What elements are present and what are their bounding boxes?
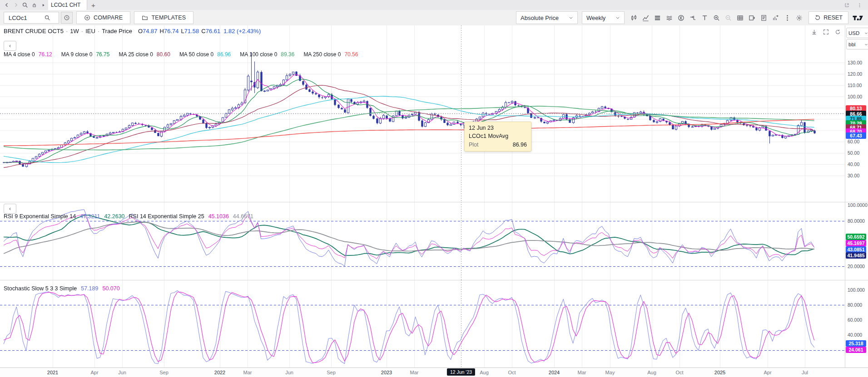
ma-legend: MA 4 close 076.12MA 9 close 076.75MA 25 … xyxy=(4,51,358,58)
tooltip-plot-value: 86.96 xyxy=(513,142,527,148)
new-tab-button[interactable]: + xyxy=(87,0,99,10)
overlays-waves-icon[interactable] xyxy=(664,12,675,23)
reset-label: RESET xyxy=(823,15,843,21)
ma-legend-item[interactable]: MA 4 close 076.12 xyxy=(4,51,52,58)
indicators-icon[interactable] xyxy=(640,12,651,23)
settings-icon[interactable] xyxy=(794,12,804,23)
stoch-panel-canvas[interactable] xyxy=(0,280,845,367)
refresh-icon[interactable] xyxy=(833,27,842,36)
axis-price-badge: 43.0851 xyxy=(846,246,866,253)
axis-price-badge: 24.061 xyxy=(846,347,866,353)
indicator-legend-part: RSI 14 Exponential Simple 25 xyxy=(129,213,204,220)
axis-label: 80.000 xyxy=(848,302,867,308)
measure-icon[interactable] xyxy=(688,12,698,23)
time-tick-month: Sep xyxy=(327,370,336,375)
tab-nav xyxy=(0,1,47,9)
indicator-legend-part: 44.6671 xyxy=(233,213,253,220)
caret-right-icon[interactable] xyxy=(39,1,47,9)
time-tick-month: Apr xyxy=(90,370,98,375)
quantity-unit-value: bbl xyxy=(848,42,855,47)
axis-label: 110.00 xyxy=(848,83,867,88)
ma-value: 70.56 xyxy=(344,51,358,58)
search-icon[interactable] xyxy=(21,1,29,9)
stoch-legend: Stochastic Slow 5 3 3 Simple57.18950.070 xyxy=(4,285,120,292)
ohlc-high: H76.74 xyxy=(160,28,179,34)
ma-legend-item[interactable]: MA 250 close 070.56 xyxy=(303,51,358,58)
panel-separator[interactable] xyxy=(0,280,868,280)
price-mode-select[interactable]: Absolute Price xyxy=(516,11,578,24)
ma-label: MA 4 close 0 xyxy=(4,51,35,58)
symbol-legend: BRENT CRUDE OCT5 · 1W · IEU · Trade Pric… xyxy=(4,28,261,34)
more-icon[interactable] xyxy=(855,1,863,9)
tooltip-date: 12 Jun 23 xyxy=(469,125,527,131)
quantity-unit-select[interactable]: bbl xyxy=(846,39,868,49)
forward-icon[interactable] xyxy=(12,1,20,9)
add-panel-icon[interactable] xyxy=(747,12,757,23)
symbol-title[interactable]: BRENT CRUDE OCT5 xyxy=(4,28,64,34)
ma-legend-item[interactable]: MA 50 close 086.96 xyxy=(179,51,231,58)
maximize-icon[interactable] xyxy=(821,27,830,36)
axis-label: 30.00 xyxy=(848,173,867,178)
toolbar-right: Absolute Price Weekly RESET xyxy=(516,11,868,24)
reset-button[interactable]: RESET xyxy=(808,11,848,24)
templates-button[interactable]: TEMPLATES xyxy=(134,11,193,24)
compare-button[interactable]: COMPARE xyxy=(76,11,130,24)
collapse-main-legend-button[interactable]: ‹ xyxy=(4,41,16,51)
legend-interval[interactable]: 1W xyxy=(70,28,79,34)
chart-type-candles-icon[interactable] xyxy=(629,12,639,23)
history-clock-button[interactable] xyxy=(61,12,73,24)
symbol-search-box[interactable] xyxy=(4,12,59,24)
time-axis[interactable]: 2021AprJunSep2022MarJunSep2023MarAugOct2… xyxy=(0,367,868,377)
zoom-out-icon[interactable] xyxy=(723,12,734,23)
price-axis[interactable]: USD bbl 130.00120.00110.00100.0060.0050.… xyxy=(845,25,868,377)
interval-value: Weekly xyxy=(586,15,605,21)
currency-unit-select[interactable]: USD xyxy=(846,28,868,38)
interval-select[interactable]: Weekly xyxy=(582,11,625,24)
time-tick-year: 2022 xyxy=(214,370,225,375)
ma-label: MA 9 close 0 xyxy=(61,51,93,58)
time-tick-month: Jun xyxy=(118,370,126,375)
text-annotation-icon[interactable] xyxy=(699,12,710,23)
lock-icon[interactable] xyxy=(30,1,38,9)
ma-label: MA 100 close 0 xyxy=(240,51,277,58)
panel-separator[interactable] xyxy=(0,202,868,202)
symbol-input[interactable] xyxy=(8,14,44,22)
time-tick-month: Aug xyxy=(647,370,656,375)
table-view-icon[interactable] xyxy=(735,12,745,23)
crosshair-time-badge: 12 Jun '23 xyxy=(447,368,475,376)
ma-legend-item[interactable]: MA 100 close 089.36 xyxy=(240,51,294,58)
indicator-legend-part: RSI 9 Exponential Simple 14 xyxy=(4,213,76,220)
more-options-icon[interactable] xyxy=(782,12,793,23)
axis-price-badge: 50.6592 xyxy=(846,234,866,240)
events-icon[interactable] xyxy=(676,12,686,23)
legend-exchange: IEU xyxy=(85,28,95,34)
ma-legend-item[interactable]: MA 25 close 080.60 xyxy=(119,51,170,58)
compare-layers-icon[interactable] xyxy=(652,12,663,23)
legend-separator: · xyxy=(98,28,99,34)
ma-label: MA 25 close 0 xyxy=(119,51,153,58)
export-chart-icon[interactable] xyxy=(770,12,781,23)
time-tick-year: 2021 xyxy=(47,370,58,375)
ohlc-open: O74.87 xyxy=(138,28,158,34)
time-tick-month: Jul xyxy=(802,370,808,375)
chevron-down-icon xyxy=(615,15,620,20)
crosshair-tooltip: 12 Jun 23 LCOc1 MovAvg Plot 86.96 xyxy=(464,122,531,152)
time-tick-month: Mar xyxy=(410,370,419,375)
time-tick-year: 2024 xyxy=(549,370,560,375)
ma-legend-item[interactable]: MA 9 close 076.75 xyxy=(61,51,110,58)
axis-label: 40.000 xyxy=(848,332,867,338)
collapse-rsi-legend-button[interactable]: ‹ xyxy=(4,204,16,214)
axis-price-badge: 25.318 xyxy=(846,340,866,347)
news-icon[interactable] xyxy=(759,12,769,23)
popout-icon[interactable] xyxy=(843,1,851,9)
chart-area: BRENT CRUDE OCT5 · 1W · IEU · Trade Pric… xyxy=(0,25,868,377)
chart-application: LCOc1 CHT + COMPARE TEMPLATES xyxy=(0,0,868,377)
time-tick-month: Sep xyxy=(159,370,169,375)
scroll-to-latest-icon[interactable] xyxy=(809,27,818,36)
zoom-in-icon[interactable] xyxy=(711,12,722,23)
legend-field: Trade Price xyxy=(102,28,132,34)
tab-lcoc1-cht[interactable]: LCOc1 CHT xyxy=(48,0,87,10)
axis-label: 60.000 xyxy=(848,317,867,323)
tab-bar: LCOc1 CHT + xyxy=(0,0,868,10)
back-icon[interactable] xyxy=(3,1,11,9)
